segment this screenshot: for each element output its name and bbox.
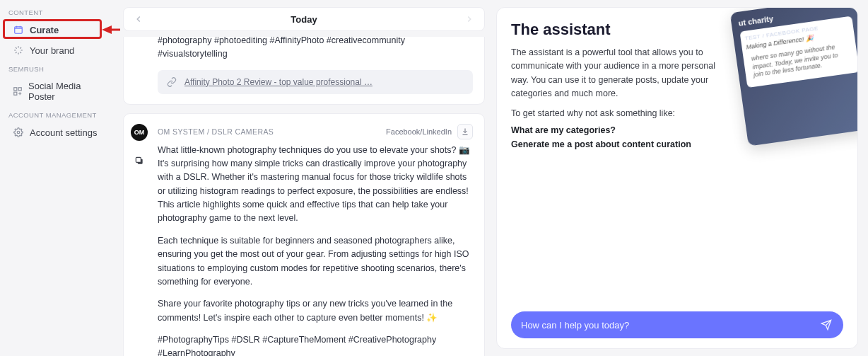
svg-rect-1 — [14, 88, 17, 91]
next-day-button[interactable] — [462, 11, 477, 27]
assistant-chat-input[interactable] — [511, 311, 843, 338]
sidebar-item-label: Curate — [30, 25, 59, 35]
post-card: What features do you value most in your … — [123, 37, 485, 105]
svg-rect-0 — [15, 27, 23, 33]
assistant-prompt-suggestion[interactable]: Generate me a post about content curatio… — [511, 139, 843, 149]
post-hashtags: #PhotographyTips #DSLR #CaptureTheMoment… — [158, 333, 473, 356]
gear-icon — [13, 127, 24, 138]
sidebar-section-content: CONTENT — [0, 4, 112, 19]
post-text: Each technique is suitable for beginners… — [158, 234, 473, 289]
calendar-icon — [13, 24, 24, 35]
post-channel-label: Facebook/LinkedIn — [386, 127, 452, 136]
download-button[interactable] — [457, 124, 473, 139]
post-link-text[interactable]: Affinity Photo 2 Review - top value prof… — [184, 77, 373, 87]
sidebar-item-label: Social Media Poster — [28, 81, 99, 102]
link-icon — [166, 76, 177, 88]
date-header: Today — [123, 7, 485, 31]
svg-rect-3 — [14, 92, 17, 95]
post-card: OM OM SYSTEM / DSLR CAMERAS Facebook/Lin… — [123, 113, 485, 357]
date-title: Today — [291, 14, 317, 25]
assistant-desc: The assistant is a powerful tool that al… — [511, 46, 723, 101]
sidebar-item-label: Your brand — [30, 45, 74, 56]
svg-rect-2 — [18, 88, 21, 91]
svg-point-4 — [17, 131, 20, 134]
post-text: Share your favorite photography tips or … — [158, 297, 473, 325]
sidebar-item-brand[interactable]: Your brand — [4, 40, 107, 60]
copy-icon[interactable] — [132, 154, 146, 168]
sidebar-item-label: Account settings — [30, 127, 97, 138]
chat-input-field[interactable] — [521, 320, 819, 331]
feed-column: Today What features do you value most in… — [120, 0, 488, 356]
send-icon[interactable] — [819, 318, 833, 332]
assistant-preview-image: ut charity TEST / FACEBOOK PAGE Making a… — [730, 7, 858, 147]
sidebar: CONTENT Curate Your brand SEMRUSH Social… — [0, 0, 112, 356]
sidebar-item-curate[interactable]: Curate — [4, 20, 107, 40]
sidebar-section-semrush: SEMRUSH — [0, 61, 112, 76]
post-link-pill[interactable]: Affinity Photo 2 Review - top value prof… — [158, 70, 473, 94]
assistant-panel: ut charity TEST / FACEBOOK PAGE Making a… — [496, 7, 858, 349]
post-hashtags: #photography #photoediting #AffinityPhot… — [158, 37, 473, 62]
prev-day-button[interactable] — [131, 11, 146, 27]
feed-list: What features do you value most in your … — [120, 37, 488, 356]
sidebar-item-settings[interactable]: Account settings — [4, 122, 107, 142]
grid-plus-icon — [13, 86, 23, 97]
sparkle-icon — [13, 45, 24, 56]
post-text: What little-known photography techniques… — [158, 144, 473, 226]
sidebar-item-poster[interactable]: Social Media Poster — [4, 76, 107, 106]
avatar: OM — [131, 124, 148, 141]
svg-rect-8 — [136, 157, 141, 162]
sidebar-section-account: ACCOUNT MANAGEMENT — [0, 107, 112, 122]
post-category: OM SYSTEM / DSLR CAMERAS — [158, 127, 274, 136]
